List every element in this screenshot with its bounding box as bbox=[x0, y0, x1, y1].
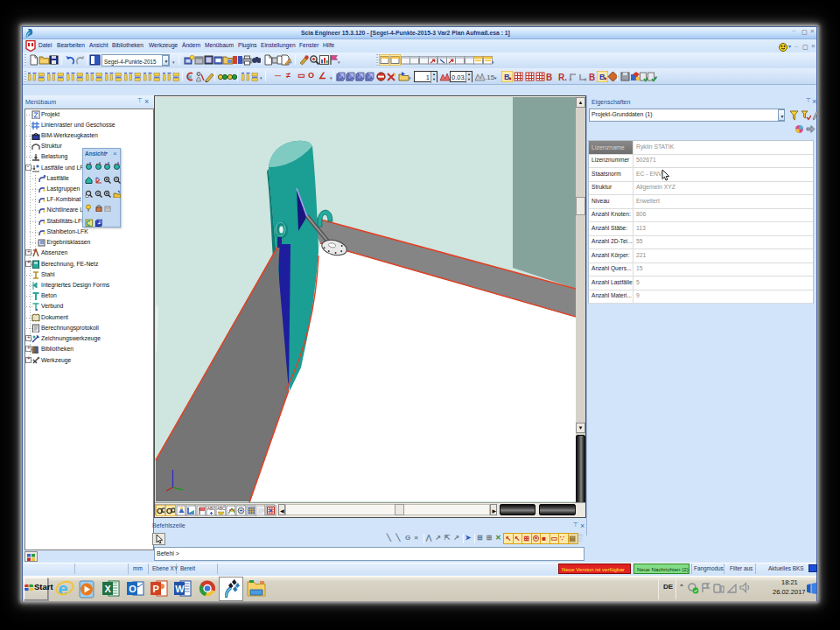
svg-text:.15: .15 bbox=[485, 74, 495, 81]
svg-text:P: P bbox=[153, 584, 159, 594]
svg-text:R.: R. bbox=[558, 73, 567, 82]
svg-text:B: B bbox=[546, 73, 552, 82]
svg-text:B: B bbox=[589, 73, 595, 82]
svg-text:X: X bbox=[104, 584, 111, 594]
svg-text:B: B bbox=[504, 73, 510, 81]
svg-text:O: O bbox=[129, 584, 136, 594]
svg-text:W: W bbox=[175, 584, 185, 594]
svg-text:B: B bbox=[599, 73, 606, 81]
